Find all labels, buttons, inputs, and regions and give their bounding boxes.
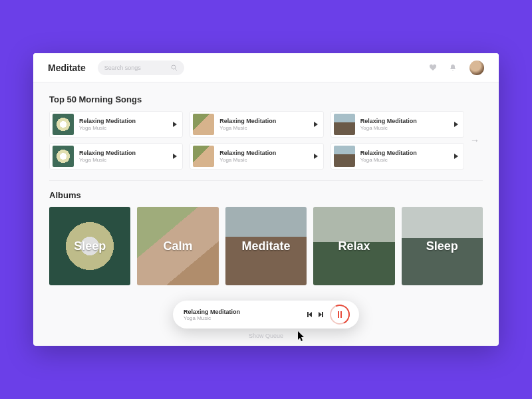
top-songs-title: Top 50 Morning Songs	[49, 94, 483, 104]
play-icon[interactable]	[314, 154, 318, 159]
song-artist: Yoga Music	[79, 157, 173, 163]
album-label: Calm	[164, 239, 193, 253]
svg-line-1	[175, 68, 177, 70]
album-label: Meditate	[242, 239, 291, 253]
song-card[interactable]: Relaxing MeditationYoga Music	[49, 111, 183, 138]
show-queue-button[interactable]: Show Queue	[249, 332, 283, 339]
app-window: Meditate Search songs Top 50 Morning Son…	[33, 53, 499, 346]
song-thumb	[53, 114, 74, 135]
song-title: Relaxing Meditation	[79, 118, 173, 124]
divider	[49, 180, 483, 181]
play-icon[interactable]	[173, 122, 177, 127]
song-card[interactable]: Relaxing MeditationYoga Music	[190, 143, 323, 170]
song-title: Relaxing Meditation	[360, 150, 454, 156]
song-card[interactable]: Relaxing MeditationYoga Music	[190, 111, 323, 138]
song-thumb	[193, 146, 214, 167]
song-title: Relaxing Meditation	[219, 118, 313, 124]
search-icon	[171, 65, 178, 71]
song-card[interactable]: Relaxing MeditationYoga Music	[331, 143, 464, 170]
album-card[interactable]: Calm	[137, 207, 218, 285]
bell-icon[interactable]	[448, 63, 458, 72]
songs-grid: Relaxing MeditationYoga MusicRelaxing Me…	[49, 111, 464, 170]
song-card[interactable]: Relaxing MeditationYoga Music	[49, 143, 183, 170]
song-thumb	[334, 146, 355, 167]
player-track-artist: Yoga Music	[184, 315, 307, 321]
song-artist: Yoga Music	[219, 157, 313, 163]
song-artist: Yoga Music	[360, 125, 454, 131]
album-label: Sleep	[426, 239, 458, 253]
song-artist: Yoga Music	[360, 157, 454, 163]
song-title: Relaxing Meditation	[79, 150, 173, 156]
player-track-title: Relaxing Meditation	[184, 309, 307, 315]
play-icon[interactable]	[314, 122, 318, 127]
song-artist: Yoga Music	[219, 125, 313, 131]
next-arrow-icon[interactable]: →	[467, 135, 483, 146]
svg-point-0	[172, 65, 176, 69]
search-input[interactable]: Search songs	[98, 61, 184, 75]
main-content: Top 50 Morning Songs Relaxing Meditation…	[33, 82, 499, 285]
song-artist: Yoga Music	[79, 125, 173, 131]
song-thumb	[53, 146, 74, 167]
brand: Meditate	[48, 63, 86, 73]
song-title: Relaxing Meditation	[360, 118, 454, 124]
song-card[interactable]: Relaxing MeditationYoga Music	[331, 111, 464, 138]
albums-row: SleepCalmMeditateRelaxSleep	[49, 207, 483, 285]
play-icon[interactable]	[454, 154, 458, 159]
song-thumb	[334, 114, 355, 135]
album-card[interactable]: Sleep	[402, 207, 483, 285]
play-icon[interactable]	[454, 122, 458, 127]
prev-button[interactable]	[307, 312, 312, 317]
album-label: Relax	[338, 239, 370, 253]
search-placeholder: Search songs	[104, 65, 171, 71]
play-icon[interactable]	[173, 154, 177, 159]
cursor-icon	[298, 331, 306, 342]
album-card[interactable]: Meditate	[225, 207, 307, 285]
albums-title: Albums	[49, 190, 483, 200]
song-title: Relaxing Meditation	[219, 150, 313, 156]
album-card[interactable]: Sleep	[49, 207, 130, 285]
song-thumb	[193, 114, 214, 135]
player-bar: Relaxing Meditation Yoga Music	[173, 301, 359, 329]
avatar[interactable]	[469, 61, 484, 75]
pause-button[interactable]	[330, 305, 350, 325]
album-card[interactable]: Relax	[313, 207, 394, 285]
heart-icon[interactable]	[428, 63, 438, 72]
album-label: Sleep	[74, 239, 106, 253]
next-button[interactable]	[319, 312, 323, 317]
header: Meditate Search songs	[33, 53, 499, 82]
